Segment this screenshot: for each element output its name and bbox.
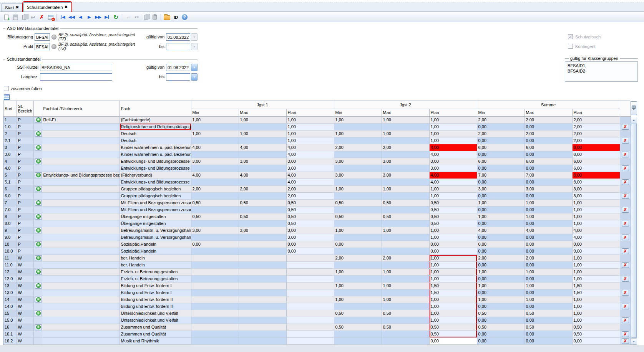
cell-summe-max[interactable]: 1,00 (524, 282, 572, 289)
cell-summe-plan[interactable]: 8,00 (572, 151, 620, 158)
cell-jgst1-max[interactable] (239, 192, 286, 199)
cell-jgst2-plan[interactable]: 1,00 (429, 130, 477, 137)
cell-jgst2-max[interactable] (382, 192, 429, 199)
cell-sort[interactable]: 9 (3, 227, 17, 234)
cell-summe-max[interactable]: 0,00 (524, 303, 572, 310)
cell-summe-min[interactable]: 0,00 (477, 137, 524, 144)
cell-jgst1-plan[interactable]: 4,00 (286, 172, 334, 178)
cell-summe-max[interactable]: 1,00 (524, 268, 572, 275)
cell-jgst2-plan[interactable]: 1,00 (429, 185, 477, 192)
cell-sort[interactable]: 4 (3, 158, 17, 165)
new-record-button[interactable] (2, 13, 11, 21)
nav-last-button[interactable]: ▶ (103, 13, 111, 21)
refresh-button[interactable]: ↻ (111, 13, 120, 21)
cell-fachkat[interactable] (42, 317, 120, 324)
cell-summe-min[interactable]: 2,00 (477, 116, 524, 123)
cell-summe-min[interactable]: 0,00 (477, 241, 524, 248)
cell-jgst2-min[interactable] (334, 123, 382, 130)
id-toggle-button[interactable]: ID (171, 13, 180, 21)
cell-jgst1-min[interactable] (191, 324, 239, 331)
cell-fach[interactable]: Mit Eltern und Bezugspersonen zusamme... (120, 206, 191, 213)
cell-bereich[interactable]: P (17, 227, 33, 234)
cell-summe-min[interactable]: 0,00 (477, 123, 524, 130)
cell-jgst2-min[interactable]: 1,00 (334, 282, 382, 289)
expand-row-button[interactable] (35, 255, 42, 261)
cell-jgst2-min[interactable]: 0,50 (334, 310, 382, 317)
cell-bereich[interactable]: P (17, 234, 33, 241)
cell-fach[interactable]: Bildung und Entw. fördern II (120, 296, 191, 303)
cell-fach[interactable]: Mit Eltern und Bezugspersonen zusamme... (120, 199, 191, 206)
cell-jgst1-min[interactable] (191, 282, 239, 289)
cell-summe-plan[interactable]: 8,00 (572, 144, 620, 151)
cell-jgst2-min[interactable]: 0,00 (334, 241, 382, 248)
cell-jgst2-plan[interactable]: 1,00 (429, 303, 477, 310)
cell-jgst2-min[interactable]: 1,00 (334, 227, 382, 234)
cell-jgst1-plan[interactable] (286, 282, 334, 289)
cell-bereich[interactable]: W (17, 275, 33, 282)
delete-row-button[interactable]: ✗ (622, 193, 629, 199)
cell-bereich[interactable]: W (17, 268, 33, 275)
cell-summe-plan[interactable]: 2,00 (572, 116, 620, 123)
expand-row-button[interactable] (35, 200, 42, 206)
cell-summe-plan[interactable]: 1,00 (572, 275, 620, 282)
cell-fachkat[interactable] (42, 199, 120, 206)
tab-start[interactable]: Start (2, 3, 22, 12)
cell-jgst1-plan[interactable] (286, 324, 334, 331)
col-header-expand[interactable] (33, 101, 42, 116)
kontingent-checkbox[interactable] (568, 44, 573, 49)
cell-jgst2-max[interactable] (382, 261, 429, 268)
cell-summe-plan[interactable]: 1,00 (572, 317, 620, 324)
cell-summe-plan[interactable]: 3,00 (572, 185, 620, 192)
cell-summe-plan[interactable]: 0,00 (572, 241, 620, 248)
cell-summe-min[interactable]: 0,00 (477, 248, 524, 254)
cell-jgst2-min[interactable] (334, 331, 382, 337)
col-group-header[interactable]: Summe (477, 101, 620, 109)
cell-jgst2-max[interactable]: 0,50 (382, 310, 429, 317)
cell-jgst1-plan[interactable]: 3,00 (286, 234, 334, 241)
sst-bis-field[interactable] (166, 73, 190, 81)
cell-jgst2-plan[interactable]: 4,00 (429, 144, 477, 151)
cell-jgst1-plan[interactable]: 0,50 (286, 199, 334, 206)
cell-summe-min[interactable]: 0,00 (477, 337, 524, 344)
cell-jgst1-max[interactable] (239, 241, 286, 248)
cell-jgst1-plan[interactable]: 4,00 (286, 151, 334, 158)
cell-fachkat[interactable] (42, 289, 120, 296)
cell-fach[interactable]: Zusammen und Qualität (120, 324, 191, 331)
cell-fachkat[interactable] (42, 282, 120, 289)
cell-jgst2-max[interactable]: 1,00 (382, 116, 429, 123)
cell-bereich[interactable]: P (17, 213, 33, 220)
cell-fachkat[interactable] (42, 220, 120, 227)
cell-summe-max[interactable]: 0,00 (524, 123, 572, 130)
cell-jgst2-min[interactable] (334, 275, 382, 282)
cell-jgst1-min[interactable]: 4,00 (191, 172, 239, 178)
col-subheader[interactable]: Plan (429, 109, 477, 116)
cell-bereich[interactable]: P (17, 116, 33, 123)
cell-summe-plan[interactable]: 0,50 (572, 331, 620, 337)
col-subheader[interactable]: Max (382, 109, 429, 116)
cell-jgst1-max[interactable] (239, 268, 286, 275)
cell-jgst2-plan[interactable]: 0,00 (429, 241, 477, 248)
delete-row-button[interactable]: ✗ (622, 235, 629, 240)
cell-jgst2-plan[interactable]: 4,00 (429, 178, 477, 185)
cell-fachkat[interactable] (42, 234, 120, 241)
cell-jgst1-min[interactable] (191, 261, 239, 268)
cell-jgst2-min[interactable]: 1,00 (334, 185, 382, 192)
cell-sort[interactable]: 15.0 (3, 317, 17, 324)
col-subheader[interactable]: Plan (286, 109, 334, 116)
cell-summe-max[interactable]: 1,00 (524, 296, 572, 303)
nav-fast-back-button[interactable]: ◀◀ (67, 13, 76, 21)
cell-jgst2-min[interactable] (334, 303, 382, 310)
cell-jgst2-min[interactable] (334, 220, 382, 227)
cell-summe-plan[interactable]: 2,00 (572, 137, 620, 144)
cell-jgst1-max[interactable] (239, 261, 286, 268)
cell-sort[interactable]: 6 (3, 185, 17, 192)
cell-summe-min[interactable]: 0,50 (477, 324, 524, 331)
cell-summe-max[interactable]: 0,00 (524, 248, 572, 254)
cell-summe-plan[interactable]: 1,00 (572, 220, 620, 227)
cell-summe-max[interactable]: 2,00 (524, 254, 572, 261)
cell-bereich[interactable]: W (17, 254, 33, 261)
cell-jgst2-plan[interactable]: 1,00 (429, 137, 477, 144)
cell-summe-plan[interactable]: 2,00 (572, 130, 620, 137)
cell-jgst1-max[interactable]: 0,50 (239, 199, 286, 206)
cell-summe-min[interactable]: 0,00 (477, 234, 524, 241)
